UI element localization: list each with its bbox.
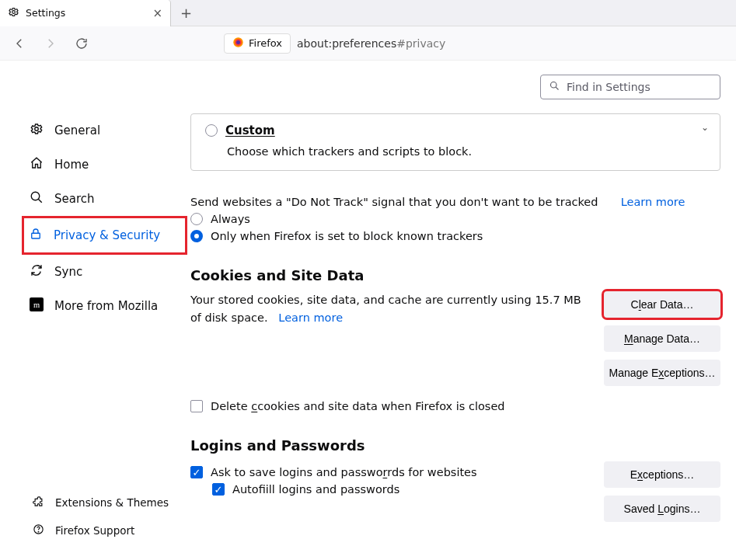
radio-selected-icon[interactable] <box>190 230 203 242</box>
sidebar-item-label: Privacy & Security <box>54 228 160 242</box>
saved-logins-button[interactable]: Saved Logins… <box>604 496 720 522</box>
custom-subtitle: Choose which trackers and scripts to blo… <box>227 145 706 158</box>
sidebar-item-extensions[interactable]: Extensions & Themes <box>0 489 190 517</box>
nav-toolbar: Firefox about:preferences#privacy <box>0 26 736 61</box>
manage-data-button[interactable]: Manage Data… <box>604 325 720 352</box>
url-bar[interactable]: Firefox about:preferences#privacy <box>224 33 445 54</box>
svg-text:m: m <box>33 301 40 309</box>
chevron-down-icon[interactable]: ⌄ <box>701 122 709 133</box>
mozilla-icon: m <box>30 297 44 315</box>
sidebar-item-label: Home <box>54 158 89 172</box>
sidebar-item-sync[interactable]: Sync <box>0 255 190 289</box>
dnt-option-always[interactable]: Always <box>190 213 720 225</box>
sidebar-item-label: Sync <box>54 265 82 279</box>
option-label: Always <box>211 213 250 225</box>
gear-icon <box>8 6 19 20</box>
dnt-option-known-trackers[interactable]: Only when Firefox is set to block known … <box>190 230 720 242</box>
radio-icon[interactable] <box>190 213 203 225</box>
option-label: Delete ccookies and site data when Firef… <box>211 400 505 412</box>
dnt-learn-more-link[interactable]: Learn more <box>621 196 685 208</box>
sidebar-item-more-mozilla[interactable]: m More from Mozilla <box>0 289 190 323</box>
search-icon <box>549 80 560 94</box>
identity-label: Firefox <box>249 37 282 49</box>
gear-icon <box>30 122 44 139</box>
sidebar-item-search[interactable]: Search <box>0 182 190 216</box>
tab-strip: Settings × + <box>0 0 736 26</box>
sidebar-item-label: Search <box>54 192 95 206</box>
svg-point-5 <box>35 127 39 131</box>
logins-exceptions-button[interactable]: Exceptions… <box>604 461 720 488</box>
sync-icon <box>30 263 44 280</box>
cookies-learn-more-link[interactable]: Learn more <box>278 311 343 324</box>
dnt-intro-text: Send websites a "Do Not Track" signal th… <box>190 196 598 208</box>
delete-on-close-option[interactable]: Delete ccookies and site data when Firef… <box>190 400 720 412</box>
ask-save-logins-option[interactable]: ✓ Ask to save logins and passworrds for … <box>190 466 588 478</box>
checkbox-checked-icon[interactable]: ✓ <box>190 466 203 478</box>
checkbox-icon[interactable] <box>190 400 203 412</box>
sidebar-item-label: More from Mozilla <box>54 299 158 313</box>
tab-settings[interactable]: Settings × <box>0 0 171 26</box>
sidebar-item-label: Firefox Support <box>55 524 134 537</box>
sidebar-item-home[interactable]: Home <box>0 148 190 182</box>
radio-icon[interactable] <box>205 124 218 137</box>
sidebar-item-label: Extensions & Themes <box>55 496 169 509</box>
find-placeholder: Find in Settings <box>567 81 651 93</box>
manage-exceptions-button[interactable]: Manage Exceptions… <box>604 360 720 386</box>
new-tab-button[interactable]: + <box>171 5 201 21</box>
forward-button[interactable] <box>37 31 64 56</box>
home-icon <box>30 156 44 173</box>
checkbox-checked-icon[interactable]: ✓ <box>212 483 225 496</box>
logins-heading: Logins and Passwords <box>190 437 720 454</box>
option-label: Only when Firefox is set to block known … <box>211 230 483 242</box>
reload-button[interactable] <box>68 31 95 56</box>
svg-rect-7 <box>32 233 40 238</box>
cookies-heading: Cookies and Site Data <box>190 267 720 283</box>
find-in-settings[interactable]: Find in Settings <box>540 75 720 99</box>
firefox-icon <box>232 37 244 50</box>
option-label: Autofiill logins and passwords <box>232 483 399 496</box>
custom-tracking-option[interactable]: Custom ⌄ Choose which trackers and scrip… <box>190 113 720 171</box>
svg-point-3 <box>236 40 240 44</box>
lock-icon <box>29 227 43 244</box>
option-label: Ask to save logins and passworrds for we… <box>211 466 477 478</box>
search-icon <box>30 190 44 207</box>
sidebar-item-support[interactable]: Firefox Support <box>0 517 190 544</box>
clear-data-button[interactable]: Clear Data… <box>604 291 720 318</box>
help-icon <box>33 523 44 537</box>
close-icon[interactable]: × <box>152 6 162 20</box>
sidebar-item-general[interactable]: General <box>0 113 190 148</box>
cookies-description: Your stored cookies, site data, and cach… <box>190 291 588 327</box>
svg-point-6 <box>31 192 40 200</box>
tab-title: Settings <box>26 7 65 19</box>
svg-point-0 <box>12 10 16 13</box>
url-text: about:preferences#privacy <box>297 37 445 50</box>
svg-point-4 <box>551 82 557 89</box>
sidebar-item-label: General <box>54 123 100 137</box>
svg-point-11 <box>38 531 39 532</box>
identity-chip[interactable]: Firefox <box>224 33 291 54</box>
settings-sidebar: General Home Search Privacy & Security S… <box>0 61 190 560</box>
puzzle-icon <box>33 496 44 510</box>
sidebar-item-privacy[interactable]: Privacy & Security <box>22 216 187 255</box>
custom-title: Custom <box>225 123 275 137</box>
back-button[interactable] <box>6 31 33 56</box>
autofill-logins-option[interactable]: ✓ Autofiill logins and passwords <box>212 483 588 496</box>
main-content: Custom ⌄ Choose which trackers and scrip… <box>190 61 736 560</box>
